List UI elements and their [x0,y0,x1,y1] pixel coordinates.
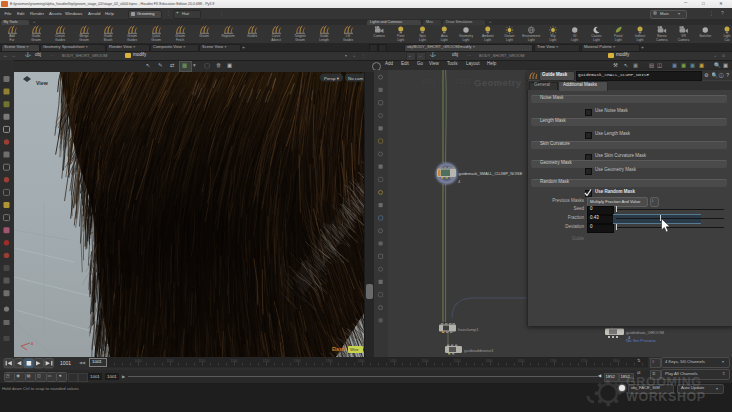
svg-text:Elastic: Elastic [332,347,347,352]
svg-text:GROOMING: GROOMING [626,375,702,389]
svg-text:1050: 1050 [134,359,141,363]
svg-text:Persp ▾: Persp ▾ [324,76,340,81]
svg-text:1750: 1750 [580,359,587,363]
svg-text:Geometry: Geometry [474,77,522,88]
svg-text:guidedraw_GROOM: guidedraw_GROOM [626,330,664,335]
svg-text:1550: 1550 [453,359,460,363]
svg-text:Wire: Wire [350,347,359,352]
svg-text:1650: 1650 [517,359,524,363]
svg-text:guideaddnoise1: guideaddnoise1 [464,348,494,353]
svg-text:1350: 1350 [325,359,332,363]
svg-text:WORKSHOP: WORKSHOP [626,390,706,404]
svg-text:1510: 1510 [455,78,471,85]
svg-text:1700: 1700 [549,359,556,363]
svg-text:hairclump1: hairclump1 [458,327,479,332]
svg-text:1450: 1450 [389,359,396,363]
svg-text:1511: 1511 [421,78,436,85]
svg-text:1500: 1500 [421,359,428,363]
svg-text:1600: 1600 [485,359,492,363]
svg-text:1150: 1150 [199,359,206,363]
svg-text:1300: 1300 [293,359,300,363]
svg-text:1100: 1100 [167,359,174,363]
svg-text:No Set Preview: No Set Preview [626,338,657,343]
svg-text:No cam ▾: No cam ▾ [348,76,364,81]
svg-text:1200: 1200 [230,359,237,363]
svg-text:1400: 1400 [357,359,364,363]
svg-text:1250: 1250 [262,359,269,363]
svg-text:guidemask_SMALL_CLUMP_NOISE: guidemask_SMALL_CLUMP_NOISE [459,171,523,176]
svg-text:1800: 1800 [612,359,619,363]
